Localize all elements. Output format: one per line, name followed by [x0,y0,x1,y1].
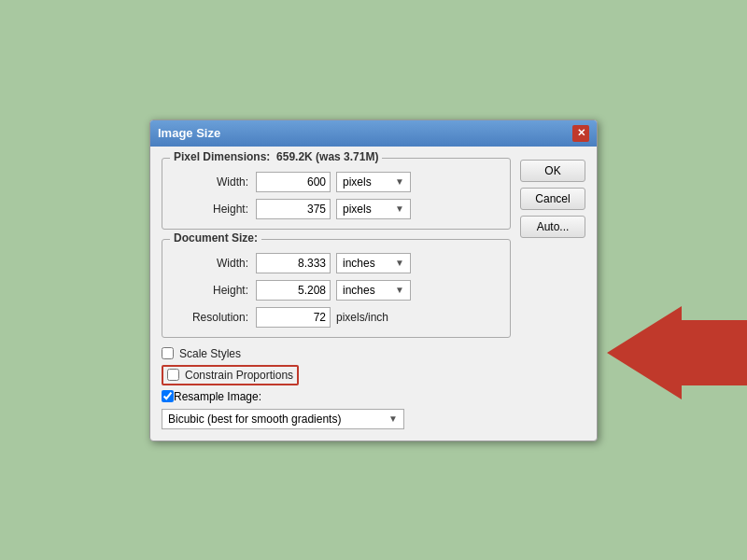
doc-width-input[interactable] [256,253,331,273]
dialog-buttons: OK Cancel Auto... [520,158,585,429]
resolution-label: Resolution: [172,311,256,324]
resample-image-label: Resample Image: [174,390,261,403]
options-section: Scale Styles Constrain Proportions Resam… [162,347,511,429]
auto-button[interactable]: Auto... [520,216,585,238]
resolution-input[interactable] [256,307,331,328]
constrain-proportions-row: Constrain Proportions [162,365,511,385]
pixel-width-unit-text: pixels [343,175,391,189]
doc-height-unit-arrow: ▼ [395,285,404,295]
image-size-dialog: Image Size ✕ Pixel Dimensions: 659.2K (w… [149,119,598,441]
doc-height-label: Height: [172,284,256,297]
pixel-width-unit-select[interactable]: pixels ▼ [336,172,411,192]
pixel-width-unit-arrow: ▼ [395,176,404,187]
doc-height-input[interactable] [256,280,331,301]
resolution-row: Resolution: pixels/inch [172,307,500,328]
resolution-unit: pixels/inch [336,311,388,324]
title-bar: Image Size ✕ [150,120,597,147]
svg-marker-0 [607,306,747,399]
doc-height-unit-text: inches [343,284,391,297]
dialog-left-panel: Pixel Dimensions: 659.2K (was 3.71M) Wid… [162,158,511,429]
pixel-dimensions-legend: Pixel Dimensions: 659.2K (was 3.71M) [170,150,382,163]
doc-width-unit-text: inches [343,257,391,270]
doc-height-row: Height: inches ▼ [172,280,500,301]
resample-image-checkbox[interactable] [162,390,174,402]
cancel-button[interactable]: Cancel [520,188,585,210]
pixel-width-label: Width: [172,175,256,189]
resample-method-text: Bicubic (best for smooth gradients) [168,413,385,426]
resample-method-select[interactable]: Bicubic (best for smooth gradients) ▼ [162,409,404,429]
document-size-legend: Document Size: [170,231,261,245]
pixel-height-input[interactable] [256,199,331,219]
doc-width-unit-arrow: ▼ [395,258,404,268]
resample-image-row: Resample Image: [162,390,511,403]
pixel-width-row: Width: pixels ▼ [172,172,500,192]
resample-select-row: Bicubic (best for smooth gradients) ▼ [162,409,511,429]
doc-height-unit-select[interactable]: inches ▼ [336,280,411,301]
doc-width-row: Width: inches ▼ [172,253,500,273]
scale-styles-row: Scale Styles [162,347,511,360]
scale-styles-label: Scale Styles [179,347,241,360]
ok-button[interactable]: OK [520,160,585,182]
pixel-height-unit-select[interactable]: pixels ▼ [336,199,411,219]
scale-styles-checkbox[interactable] [162,347,174,359]
doc-width-label: Width: [172,257,256,270]
pixel-height-unit-arrow: ▼ [395,203,404,214]
pixel-height-row: Height: pixels ▼ [172,199,500,219]
pixel-height-label: Height: [172,203,256,216]
close-button[interactable]: ✕ [572,125,589,142]
dialog-title: Image Size [158,126,220,140]
constrain-proportions-label: Constrain Proportions [185,369,293,382]
doc-width-unit-select[interactable]: inches ▼ [336,253,411,273]
document-size-group: Document Size: Width: inches ▼ Height: [162,239,511,338]
constrain-proportions-highlight: Constrain Proportions [162,365,299,385]
pixel-width-input[interactable] [256,172,331,192]
pixel-height-unit-text: pixels [343,203,391,216]
resample-method-arrow: ▼ [388,413,398,424]
arrow-annotation [607,306,747,402]
pixel-dimensions-group: Pixel Dimensions: 659.2K (was 3.71M) Wid… [162,158,511,230]
dialog-body: Pixel Dimensions: 659.2K (was 3.71M) Wid… [150,147,597,441]
constrain-proportions-checkbox[interactable] [167,369,179,381]
